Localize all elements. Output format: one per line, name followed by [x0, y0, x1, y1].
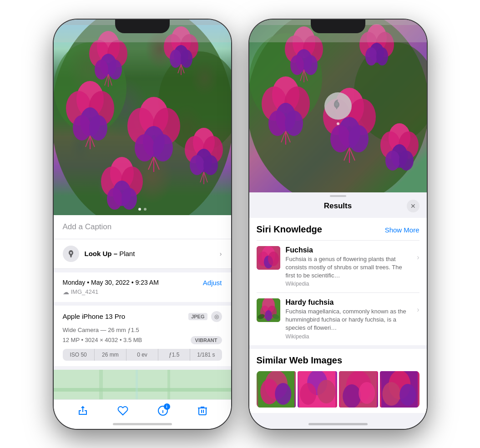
svg-point-27: [89, 115, 107, 141]
meta-date: Monday • May 30, 2022 • 9:23 AM: [63, 279, 159, 286]
photo-hero-flowers: [54, 20, 231, 215]
device-row: Apple iPhone 13 Pro JPEG ◎: [63, 311, 222, 322]
similar-image-2[interactable]: [298, 371, 337, 408]
info-section: Add a Caption Look Up – Plant › Monday •…: [54, 215, 231, 399]
share-button[interactable]: [77, 405, 88, 416]
hardy-content: Hardy fuchsia Fuchsia magellanica, commo…: [286, 298, 412, 340]
camera-spec: Wide Camera — 26 mm ƒ1.5: [63, 327, 222, 333]
lookup-icon: [63, 246, 79, 262]
lookup-label: Look Up –: [85, 250, 120, 257]
favorite-button[interactable]: [117, 405, 128, 416]
info-button[interactable]: i: [157, 405, 168, 416]
svg-point-130: [275, 383, 291, 405]
similar-image-3[interactable]: [339, 371, 379, 408]
meta-adjust-button[interactable]: Adjust: [203, 279, 222, 287]
svg-point-77: [290, 55, 304, 75]
jpeg-badge: JPEG: [188, 313, 207, 320]
hardy-desc: Fuchsia magellanica, commonly known as t…: [286, 307, 412, 332]
svg-point-36: [153, 134, 173, 161]
badge-row: JPEG ◎: [188, 311, 222, 322]
svg-point-9: [108, 60, 122, 80]
hardy-source: Wikipedia: [286, 333, 412, 340]
hardy-name: Hardy fuchsia: [286, 298, 412, 307]
fuchsia-desc: Fuchsia is a genus of flowering plants t…: [286, 255, 412, 280]
delete-button[interactable]: [197, 405, 207, 416]
svg-point-110: [385, 151, 400, 171]
fuchsia-source: Wikipedia: [286, 281, 412, 287]
svg-point-133: [300, 383, 316, 405]
photo-hero[interactable]: [54, 20, 231, 215]
svg-point-134: [317, 380, 335, 403]
info-notification-badge: i: [164, 403, 170, 410]
exif-row: ISO 50 26 mm 0 ev ƒ1.5 1/181 s: [63, 349, 222, 361]
knowledge-card-hardy[interactable]: Hardy fuchsia Fuchsia magellanica, commo…: [257, 292, 419, 345]
svg-point-17: [170, 50, 182, 68]
fuchsia-name: Fuchsia: [286, 246, 412, 254]
vibrant-badge: VIBRANT: [191, 336, 222, 344]
lookup-row[interactable]: Look Up – Plant ›: [54, 239, 231, 269]
file-row: 12 MP • 3024 × 4032 • 3.5 MB VIBRANT: [63, 336, 222, 344]
svg-point-101: [330, 125, 350, 152]
right-phone: Results ✕ Siri Knowledge Show More: [249, 20, 427, 429]
svg-rect-62: [136, 370, 138, 399]
svg-point-8: [95, 60, 108, 80]
siri-knowledge-section: Siri Knowledge Show More: [249, 218, 427, 345]
meta-section: Monday • May 30, 2022 • 9:23 AM Adjust ☁…: [54, 272, 231, 302]
lookup-arrow-icon: ›: [220, 250, 222, 257]
svg-point-111: [399, 151, 414, 171]
results-panel: Results ✕ Siri Knowledge Show More: [249, 192, 427, 429]
svg-point-86: [365, 47, 377, 65]
svg-point-119: [268, 252, 279, 266]
hardy-arrow-icon: ›: [417, 306, 419, 314]
meta-row: Monday • May 30, 2022 • 9:23 AM Adjust: [63, 279, 222, 287]
svg-rect-58: [54, 388, 231, 392]
caption-area[interactable]: Add a Caption: [54, 215, 231, 239]
svg-point-78: [304, 55, 318, 75]
right-photo-hero[interactable]: [249, 20, 427, 192]
svg-point-102: [349, 125, 369, 152]
caption-placeholder[interactable]: Add a Caption: [63, 222, 112, 231]
close-icon: ✕: [410, 202, 416, 210]
svg-rect-60: [167, 370, 170, 399]
svg-point-124: [265, 310, 272, 321]
lookup-text: Look Up – Plant: [85, 250, 135, 257]
cloud-icon: ☁: [63, 288, 69, 296]
svg-point-44: [190, 155, 204, 175]
svg-rect-57: [54, 370, 231, 399]
device-section: Apple iPhone 13 Pro JPEG ◎ Wide Camera —…: [54, 306, 231, 366]
similar-images-grid: [257, 371, 419, 408]
location-icon: ◎: [211, 311, 222, 322]
siri-visual-search-button[interactable]: [324, 92, 352, 120]
show-more-button[interactable]: Show More: [385, 226, 419, 234]
photo-dot: [138, 208, 141, 211]
exif-focal: 26 mm: [95, 349, 126, 361]
exif-shutter: 1/181 s: [190, 349, 222, 361]
map-section[interactable]: [54, 370, 231, 399]
map-placeholder: [54, 370, 231, 399]
lookup-subject: Plant: [119, 250, 135, 257]
exif-ev: 0 ev: [126, 349, 158, 361]
fuchsia-content: Fuchsia Fuchsia is a genus of flowering …: [286, 246, 412, 287]
svg-point-35: [135, 134, 155, 161]
svg-point-138: [359, 382, 375, 404]
knowledge-card-fuchsia[interactable]: Fuchsia Fuchsia is a genus of flowering …: [257, 240, 419, 293]
right-home-indicator: [308, 423, 368, 425]
exif-aperture: ƒ1.5: [158, 349, 190, 361]
similar-image-1[interactable]: [257, 371, 296, 408]
fuchsia-arrow-icon: ›: [417, 253, 419, 262]
phone-notch-right: [311, 20, 365, 33]
photo-dot: [144, 208, 147, 211]
device-name: Apple iPhone 13 Pro: [63, 312, 126, 320]
fuchsia-thumb: [257, 246, 280, 270]
similar-images-title: Similar Web Images: [257, 355, 419, 366]
meta-filename-row: ☁ IMG_4241: [63, 288, 222, 296]
svg-point-141: [382, 382, 400, 406]
svg-point-142: [399, 384, 416, 406]
svg-point-114: [335, 102, 338, 106]
siri-dot: [337, 122, 339, 125]
file-spec: 12 MP • 3024 × 4032 • 3.5 MB: [63, 337, 142, 343]
svg-point-93: [285, 111, 303, 136]
similar-image-4[interactable]: [380, 371, 419, 408]
close-button[interactable]: ✕: [407, 200, 419, 212]
phone-screen: Add a Caption Look Up – Plant › Monday •…: [54, 20, 231, 429]
